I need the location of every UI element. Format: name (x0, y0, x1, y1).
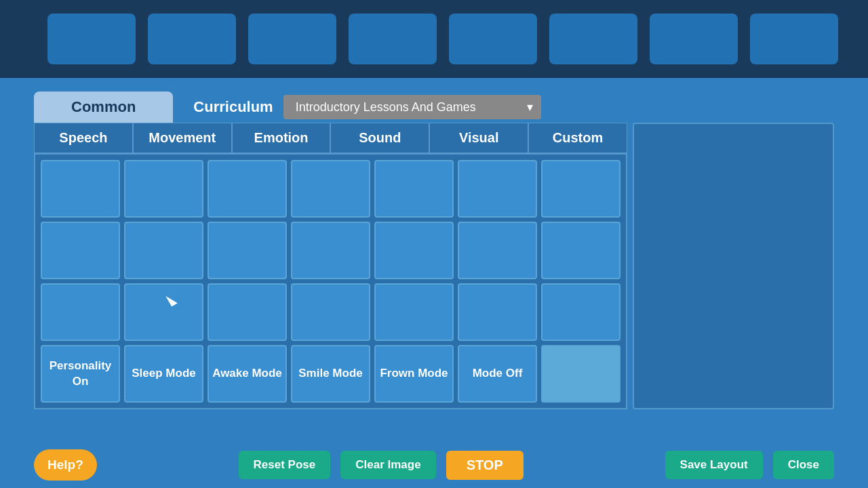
grid-cell-4-7[interactable] (541, 345, 620, 403)
grid-cell-2-6[interactable] (458, 222, 537, 279)
grid-cell-frown-mode[interactable]: Frown Mode (374, 345, 454, 403)
top-slot-5[interactable] (449, 14, 537, 64)
grid-cell-smile-mode[interactable]: Smile Mode (291, 345, 370, 403)
tab-section: Speech Movement Emotion Sound Visual Cus… (34, 123, 627, 409)
grid-cell-mode-off[interactable]: Mode Off (458, 345, 537, 403)
grid-cell-2-7[interactable] (541, 222, 620, 279)
grid-cell-1-1[interactable] (41, 160, 120, 218)
clear-image-button[interactable]: Clear Image (340, 451, 435, 479)
grid-cell-2-5[interactable] (374, 222, 454, 279)
bottom-bar: Help? Reset Pose Clear Image STOP Save L… (0, 442, 868, 488)
curriculum-area: Curriculum Introductory Lessons And Game… (193, 95, 540, 119)
top-slot-8[interactable] (750, 14, 838, 64)
grid-wrapper: Personality On Sleep Mode Awake Mode Smi… (34, 153, 627, 409)
tab-sound[interactable]: Sound (330, 123, 429, 153)
grid-cell-3-5[interactable] (374, 283, 454, 341)
grid-cell-2-1[interactable] (41, 222, 120, 279)
curriculum-select-wrapper[interactable]: Introductory Lessons And GamesAdvanced L… (283, 95, 541, 119)
tab-speech[interactable]: Speech (34, 123, 133, 153)
main-panel: Common Curriculum Introductory Lessons A… (0, 78, 868, 488)
grid-cell-3-1[interactable] (41, 283, 120, 341)
grid-cell-awake-mode[interactable]: Awake Mode (208, 345, 287, 403)
save-layout-button[interactable]: Save Layout (665, 451, 763, 479)
common-button[interactable]: Common (34, 92, 173, 123)
reset-pose-button[interactable]: Reset Pose (239, 451, 331, 479)
top-bar (0, 0, 868, 78)
tab-movement[interactable]: Movement (133, 123, 232, 153)
grid-cell-1-4[interactable] (291, 160, 370, 218)
grid-cell-1-3[interactable] (208, 160, 287, 218)
top-slot-7[interactable] (650, 14, 738, 64)
tab-custom[interactable]: Custom (528, 123, 627, 153)
grid-cell-1-6[interactable] (458, 160, 537, 218)
tab-and-grid: Speech Movement Emotion Sound Visual Cus… (34, 123, 834, 409)
tabs-bar: Speech Movement Emotion Sound Visual Cus… (34, 123, 627, 153)
grid-cell-2-3[interactable] (208, 222, 287, 279)
stop-button[interactable]: STOP (446, 451, 524, 480)
tab-emotion[interactable]: Emotion (232, 123, 331, 153)
top-slot-2[interactable] (148, 14, 236, 64)
grid-cell-3-6[interactable] (458, 283, 537, 341)
curriculum-select[interactable]: Introductory Lessons And GamesAdvanced L… (283, 95, 541, 119)
grid-cell-3-7[interactable] (541, 283, 620, 341)
curriculum-label: Curriculum (193, 98, 273, 116)
grid-cell-1-5[interactable] (374, 160, 454, 218)
grid-cell-3-3[interactable] (208, 283, 287, 341)
grid-cell-3-2[interactable] (124, 283, 203, 341)
grid-row-2 (41, 222, 620, 279)
header-row: Common Curriculum Introductory Lessons A… (34, 78, 834, 123)
grid-row-4: Personality On Sleep Mode Awake Mode Smi… (41, 345, 620, 403)
right-panel (633, 123, 834, 409)
grid-row-3 (41, 283, 620, 341)
top-slot-1[interactable] (47, 14, 136, 64)
top-slot-3[interactable] (248, 14, 336, 64)
grid-row-1 (41, 160, 620, 218)
grid-cell-2-2[interactable] (124, 222, 203, 279)
grid-cell-1-2[interactable] (124, 160, 203, 218)
grid-cell-2-4[interactable] (291, 222, 370, 279)
grid-cell-sleep-mode[interactable]: Sleep Mode (124, 345, 203, 403)
grid-cell-1-7[interactable] (541, 160, 620, 218)
help-button[interactable]: Help? (34, 449, 97, 481)
close-button[interactable]: Close (773, 451, 834, 479)
tab-visual[interactable]: Visual (429, 123, 528, 153)
grid-cell-personality-on[interactable]: Personality On (41, 345, 120, 403)
grid-cell-3-4[interactable] (291, 283, 370, 341)
top-slot-6[interactable] (549, 14, 637, 64)
top-slot-4[interactable] (349, 14, 437, 64)
